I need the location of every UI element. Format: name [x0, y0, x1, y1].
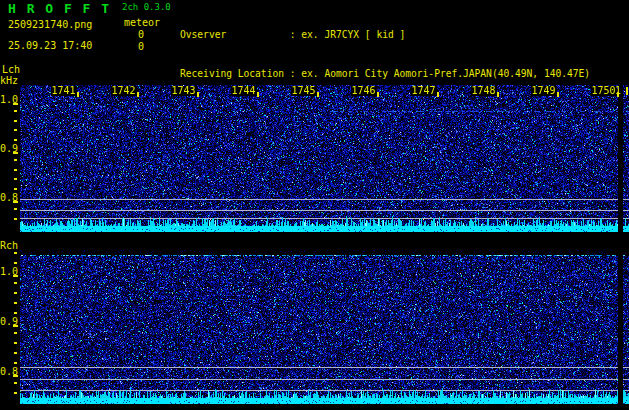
- minor-tick: [14, 382, 17, 384]
- minor-tick: [14, 110, 17, 112]
- info-location: Receiving Location : ex. Aomori City Aom…: [180, 67, 619, 80]
- time-tick-label: 1744: [231, 86, 257, 96]
- time-tick-label-clipped: [626, 87, 628, 95]
- major-tick: [13, 103, 18, 105]
- time-tick-label: 1747: [411, 86, 437, 96]
- meteor-count-lch: 0: [138, 29, 144, 40]
- khz-unit-label: kHz: [0, 75, 18, 86]
- time-tick-label: 1750: [591, 86, 617, 96]
- minor-tick: [14, 129, 17, 131]
- time-tick-label: 1742: [111, 86, 137, 96]
- hrofft-window: H R O F F T 2ch 0.3.0 2509231740.png met…: [0, 0, 629, 410]
- time-tick: [197, 92, 199, 97]
- time-tick-label: 1745: [291, 86, 317, 96]
- minor-tick: [14, 262, 17, 264]
- minor-tick: [14, 352, 17, 354]
- time-tick: [557, 92, 559, 97]
- major-tick: [13, 375, 18, 377]
- rch-channel-label: Rch: [0, 240, 18, 251]
- meteor-count-rch: 0: [138, 41, 144, 52]
- minor-tick: [14, 332, 17, 334]
- time-tick-label: 1746: [351, 86, 377, 96]
- major-tick: [13, 325, 18, 327]
- time-tick-label: 1743: [171, 86, 197, 96]
- minor-tick: [14, 178, 17, 180]
- time-tick: [77, 92, 79, 97]
- time-tick-label: 1748: [471, 86, 497, 96]
- minor-tick: [14, 302, 17, 304]
- major-tick: [13, 201, 18, 203]
- minor-tick: [14, 282, 17, 284]
- capture-datetime: 25.09.23 17:40: [8, 40, 92, 51]
- minor-tick: [14, 159, 17, 161]
- minor-tick: [14, 208, 17, 210]
- major-tick: [13, 275, 18, 277]
- time-tick: [377, 92, 379, 97]
- time-tick: [317, 92, 319, 97]
- rch-spectrogram: [20, 250, 629, 404]
- time-tick-label-partial: 1: [614, 86, 622, 96]
- app-version: 2ch 0.3.0: [122, 2, 171, 12]
- minor-tick: [14, 342, 17, 344]
- major-tick: [13, 152, 18, 154]
- minor-tick: [14, 120, 17, 122]
- time-tick-label: 1741: [51, 86, 77, 96]
- time-tick: [437, 92, 439, 97]
- minor-tick: [14, 392, 17, 394]
- time-tick: [137, 92, 139, 97]
- time-tick-label: 1749: [531, 86, 557, 96]
- minor-tick: [14, 292, 17, 294]
- minor-tick: [14, 139, 17, 141]
- minor-tick: [14, 252, 17, 254]
- minor-tick: [14, 312, 17, 314]
- time-tick: [257, 92, 259, 97]
- lch-channel-label: Lch: [2, 64, 20, 75]
- output-filename: 2509231740.png: [8, 19, 92, 30]
- meteor-counter-label: meteor: [124, 17, 160, 28]
- app-title: H R O F F T: [8, 1, 111, 16]
- minor-tick: [14, 188, 17, 190]
- info-observer: Ovserver : ex. JR7CYX [ kid ]: [180, 28, 619, 41]
- time-tick: [497, 92, 499, 97]
- minor-tick: [14, 169, 17, 171]
- minor-tick: [14, 218, 17, 220]
- minor-tick: [14, 362, 17, 364]
- lch-spectrogram: [20, 85, 629, 232]
